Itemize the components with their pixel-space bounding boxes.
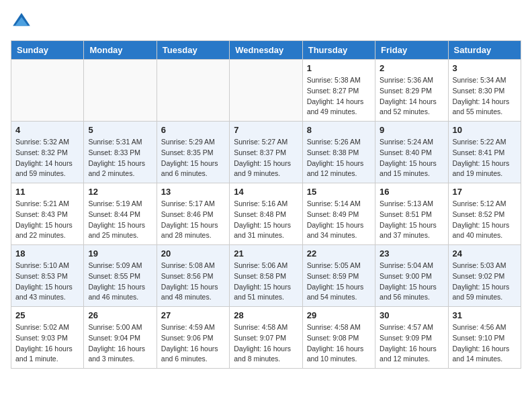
day-number: 15: [307, 187, 371, 197]
calendar-cell: 20Sunrise: 5:08 AM Sunset: 8:56 PM Dayli…: [157, 245, 229, 307]
day-number: 5: [88, 125, 152, 135]
day-number: 12: [88, 187, 152, 197]
day-number: 3: [453, 63, 517, 73]
day-info: Sunrise: 5:04 AM Sunset: 9:00 PM Dayligh…: [380, 261, 443, 303]
day-info: Sunrise: 4:58 AM Sunset: 9:08 PM Dayligh…: [307, 322, 371, 365]
calendar-cell: 21Sunrise: 5:06 AM Sunset: 8:58 PM Dayli…: [230, 245, 302, 307]
day-number: 26: [88, 310, 152, 320]
weekday-header-saturday: Saturday: [448, 41, 521, 60]
calendar-cell: 19Sunrise: 5:09 AM Sunset: 8:55 PM Dayli…: [84, 245, 157, 307]
calendar-cell: 12Sunrise: 5:19 AM Sunset: 8:44 PM Dayli…: [84, 183, 157, 245]
calendar-cell: 22Sunrise: 5:05 AM Sunset: 8:59 PM Dayli…: [302, 245, 375, 307]
day-info: Sunrise: 5:08 AM Sunset: 8:56 PM Dayligh…: [161, 261, 225, 303]
weekday-header-monday: Monday: [84, 41, 157, 60]
day-number: 13: [161, 187, 225, 197]
calendar-cell: [11, 60, 84, 122]
week-row-5: 25Sunrise: 5:02 AM Sunset: 9:03 PM Dayli…: [11, 307, 521, 369]
weekday-header-friday: Friday: [375, 41, 448, 60]
day-number: 10: [453, 125, 517, 135]
calendar-cell: 3Sunrise: 5:34 AM Sunset: 8:30 PM Daylig…: [448, 60, 521, 122]
calendar-cell: 28Sunrise: 4:58 AM Sunset: 9:07 PM Dayli…: [230, 307, 302, 369]
day-info: Sunrise: 5:19 AM Sunset: 8:44 PM Dayligh…: [88, 199, 152, 241]
day-number: 25: [15, 310, 79, 320]
day-number: 9: [380, 125, 443, 135]
week-row-3: 11Sunrise: 5:21 AM Sunset: 8:43 PM Dayli…: [11, 183, 521, 245]
day-info: Sunrise: 5:27 AM Sunset: 8:37 PM Dayligh…: [234, 137, 298, 179]
calendar-cell: [157, 60, 229, 122]
day-info: Sunrise: 5:29 AM Sunset: 8:35 PM Dayligh…: [161, 137, 225, 179]
calendar-cell: 11Sunrise: 5:21 AM Sunset: 8:43 PM Dayli…: [11, 183, 84, 245]
calendar-cell: 6Sunrise: 5:29 AM Sunset: 8:35 PM Daylig…: [157, 122, 229, 183]
day-info: Sunrise: 5:09 AM Sunset: 8:55 PM Dayligh…: [88, 261, 152, 303]
day-info: Sunrise: 5:05 AM Sunset: 8:59 PM Dayligh…: [307, 261, 371, 303]
day-number: 16: [380, 187, 443, 197]
day-number: 4: [15, 125, 79, 135]
calendar-cell: 17Sunrise: 5:12 AM Sunset: 8:52 PM Dayli…: [448, 183, 521, 245]
day-number: 6: [161, 125, 225, 135]
day-info: Sunrise: 4:57 AM Sunset: 9:09 PM Dayligh…: [380, 322, 443, 365]
calendar-cell: 1Sunrise: 5:38 AM Sunset: 8:27 PM Daylig…: [302, 60, 375, 122]
day-info: Sunrise: 5:36 AM Sunset: 8:29 PM Dayligh…: [380, 75, 443, 118]
day-info: Sunrise: 5:06 AM Sunset: 8:58 PM Dayligh…: [234, 261, 298, 303]
day-number: 28: [234, 310, 298, 320]
day-number: 27: [161, 310, 225, 320]
calendar-cell: 18Sunrise: 5:10 AM Sunset: 8:53 PM Dayli…: [11, 245, 84, 307]
day-info: Sunrise: 5:22 AM Sunset: 8:41 PM Dayligh…: [453, 137, 517, 179]
day-info: Sunrise: 5:17 AM Sunset: 8:46 PM Dayligh…: [161, 199, 225, 241]
week-row-1: 1Sunrise: 5:38 AM Sunset: 8:27 PM Daylig…: [11, 60, 521, 122]
day-number: 14: [234, 187, 298, 197]
day-number: 18: [15, 248, 79, 259]
calendar-cell: 31Sunrise: 4:56 AM Sunset: 9:10 PM Dayli…: [448, 307, 521, 369]
day-number: 22: [307, 248, 371, 259]
day-number: 1: [307, 63, 371, 73]
weekday-header-thursday: Thursday: [302, 41, 375, 60]
weekday-header-wednesday: Wednesday: [230, 41, 302, 60]
logo: [11, 11, 36, 32]
day-info: Sunrise: 5:38 AM Sunset: 8:27 PM Dayligh…: [307, 75, 371, 118]
day-info: Sunrise: 5:21 AM Sunset: 8:43 PM Dayligh…: [15, 199, 79, 241]
day-number: 24: [453, 248, 517, 259]
day-number: 31: [453, 310, 517, 320]
calendar-cell: 26Sunrise: 5:00 AM Sunset: 9:04 PM Dayli…: [84, 307, 157, 369]
day-info: Sunrise: 5:02 AM Sunset: 9:03 PM Dayligh…: [15, 322, 79, 365]
day-number: 17: [453, 187, 517, 197]
day-number: 30: [380, 310, 443, 320]
calendar-cell: [84, 60, 157, 122]
calendar-cell: 7Sunrise: 5:27 AM Sunset: 8:37 PM Daylig…: [230, 122, 302, 183]
day-info: Sunrise: 5:34 AM Sunset: 8:30 PM Dayligh…: [453, 75, 517, 118]
day-number: 7: [234, 125, 298, 135]
calendar-cell: 30Sunrise: 4:57 AM Sunset: 9:09 PM Dayli…: [375, 307, 448, 369]
day-number: 23: [380, 248, 443, 259]
calendar-cell: 23Sunrise: 5:04 AM Sunset: 9:00 PM Dayli…: [375, 245, 448, 307]
calendar-cell: 13Sunrise: 5:17 AM Sunset: 8:46 PM Dayli…: [157, 183, 229, 245]
calendar-cell: 8Sunrise: 5:26 AM Sunset: 8:38 PM Daylig…: [302, 122, 375, 183]
calendar-cell: 16Sunrise: 5:13 AM Sunset: 8:51 PM Dayli…: [375, 183, 448, 245]
calendar-cell: 29Sunrise: 4:58 AM Sunset: 9:08 PM Dayli…: [302, 307, 375, 369]
calendar-cell: 15Sunrise: 5:14 AM Sunset: 8:49 PM Dayli…: [302, 183, 375, 245]
day-number: 19: [88, 248, 152, 259]
day-info: Sunrise: 4:59 AM Sunset: 9:06 PM Dayligh…: [161, 322, 225, 365]
weekday-header-tuesday: Tuesday: [157, 41, 229, 60]
weekday-header-row: SundayMondayTuesdayWednesdayThursdayFrid…: [11, 41, 521, 60]
week-row-2: 4Sunrise: 5:32 AM Sunset: 8:32 PM Daylig…: [11, 122, 521, 183]
day-info: Sunrise: 5:32 AM Sunset: 8:32 PM Dayligh…: [15, 137, 79, 179]
day-info: Sunrise: 5:03 AM Sunset: 9:02 PM Dayligh…: [453, 261, 517, 303]
day-info: Sunrise: 5:24 AM Sunset: 8:40 PM Dayligh…: [380, 137, 443, 179]
calendar-table: SundayMondayTuesdayWednesdayThursdayFrid…: [11, 40, 521, 369]
day-number: 2: [380, 63, 443, 73]
calendar-cell: [230, 60, 302, 122]
page-header: [11, 11, 521, 32]
calendar-cell: 5Sunrise: 5:31 AM Sunset: 8:33 PM Daylig…: [84, 122, 157, 183]
calendar-cell: 24Sunrise: 5:03 AM Sunset: 9:02 PM Dayli…: [448, 245, 521, 307]
day-number: 8: [307, 125, 371, 135]
day-number: 21: [234, 248, 298, 259]
calendar-cell: 25Sunrise: 5:02 AM Sunset: 9:03 PM Dayli…: [11, 307, 84, 369]
calendar-cell: 14Sunrise: 5:16 AM Sunset: 8:48 PM Dayli…: [230, 183, 302, 245]
day-info: Sunrise: 4:58 AM Sunset: 9:07 PM Dayligh…: [234, 322, 298, 365]
day-info: Sunrise: 5:14 AM Sunset: 8:49 PM Dayligh…: [307, 199, 371, 241]
day-info: Sunrise: 5:13 AM Sunset: 8:51 PM Dayligh…: [380, 199, 443, 241]
day-info: Sunrise: 5:00 AM Sunset: 9:04 PM Dayligh…: [88, 322, 152, 365]
day-number: 29: [307, 310, 371, 320]
day-info: Sunrise: 5:31 AM Sunset: 8:33 PM Dayligh…: [88, 137, 152, 179]
day-info: Sunrise: 4:56 AM Sunset: 9:10 PM Dayligh…: [453, 322, 517, 365]
